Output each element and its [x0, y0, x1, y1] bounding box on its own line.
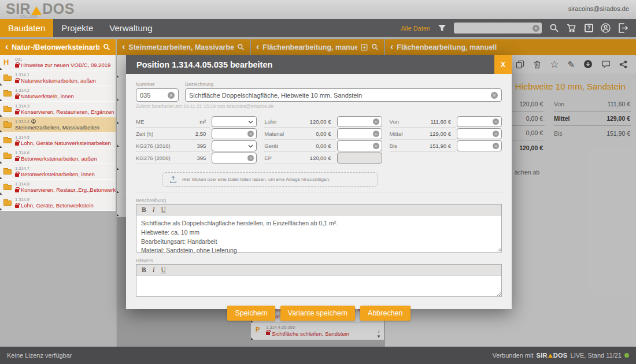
bis-input[interactable]: [460, 143, 493, 149]
tree-item-1-314-7[interactable]: 1.314.7 Betonwerksteinarbeiten, innen: [0, 164, 116, 180]
field-label: KG276 (2008): [136, 155, 171, 161]
resize-handle[interactable]: [496, 247, 501, 251]
italic-button[interactable]: I: [153, 266, 155, 273]
logout-icon[interactable]: [618, 23, 628, 33]
material-input[interactable]: [340, 131, 373, 137]
close-icon[interactable]: X: [494, 55, 512, 74]
logo-triangle-icon: [548, 354, 553, 358]
global-search-box[interactable]: ×: [454, 23, 542, 34]
tree-item-1-314-6[interactable]: 1.314.6 Betonwerksteinarbeiten, außen: [0, 148, 116, 164]
zeit-field[interactable]: ×: [212, 128, 257, 139]
bis-field[interactable]: ×: [457, 140, 502, 151]
folder-icon: [3, 154, 12, 159]
me-select[interactable]: [212, 116, 257, 127]
folder-icon: [3, 200, 12, 206]
von-field[interactable]: ×: [457, 116, 502, 127]
mittel-field[interactable]: ×: [457, 128, 502, 139]
nav-item-baudaten[interactable]: Baudaten: [0, 19, 53, 37]
sirados-footer-logo: SIR DOS: [537, 352, 568, 359]
bezeichnung-field[interactable]: ×: [185, 88, 502, 102]
hinweis-textarea[interactable]: [136, 276, 501, 296]
nummer-input[interactable]: [140, 92, 168, 99]
lohn-field[interactable]: ×: [337, 116, 382, 127]
tree-item-1-314-4-selected[interactable]: 1.314.4 Steinmetzarbeiten, Massivarbeite…: [0, 117, 116, 133]
tree-item-1-314-9[interactable]: 1.314.9 Lohn, Geräte, Betonwerkstein: [0, 195, 116, 211]
user-badge-icon: [31, 119, 36, 124]
online-status-dot: [624, 353, 629, 358]
search-clear-icon[interactable]: ×: [533, 25, 539, 32]
catalog-tree-panel: H 001 Hinweise zur neuen VOB/C, 09.2019 …: [0, 55, 116, 347]
tree-item-number: 1.314.1: [15, 72, 112, 77]
clear-icon[interactable]: ×: [493, 143, 499, 149]
panel-1-search-icon[interactable]: [103, 43, 110, 51]
clear-icon[interactable]: ×: [491, 92, 498, 99]
material-field[interactable]: ×: [337, 128, 382, 139]
geraet-input[interactable]: [340, 143, 373, 149]
kg276-2008-input[interactable]: [215, 155, 247, 161]
variante-speichern-button[interactable]: Variante speichern: [280, 306, 355, 321]
von-input[interactable]: [460, 118, 493, 125]
clear-icon[interactable]: ×: [247, 131, 254, 137]
cart-icon[interactable]: [567, 23, 577, 33]
hinweis-editor: B I U: [136, 264, 502, 297]
clear-icon[interactable]: ×: [168, 92, 175, 99]
field-row-mittel: Mittel129,00 € ×: [390, 128, 502, 140]
tree-item-1-314-8[interactable]: 1.314.8 Konservieren, Restaur.,Erg.,Beto…: [0, 180, 116, 195]
underline-button[interactable]: U: [161, 206, 166, 213]
italic-button[interactable]: I: [153, 206, 155, 213]
tree-item-title: Lohn, Geräte, Betonwerkstein: [21, 202, 94, 209]
zeit-input[interactable]: [215, 131, 247, 137]
clear-icon[interactable]: ×: [373, 143, 379, 149]
beschreibung-textarea[interactable]: Sichtfläche als Doppelschlagfläche herst…: [136, 216, 501, 252]
status-bar: Keine Lizenz verfügbar Verbunden mit SIR…: [0, 347, 636, 364]
field-value: 120,00 €: [310, 155, 336, 161]
ep-field-disabled: [337, 153, 382, 164]
clear-icon[interactable]: ×: [493, 118, 499, 125]
speichern-button[interactable]: Speichern: [227, 306, 275, 321]
filter-scope-label[interactable]: Alle Daten: [401, 25, 430, 32]
field-value: 120,00 €: [310, 118, 336, 125]
tree-item-1-314-5[interactable]: 1.314.5 Lohn, Geräte Naturwerksteinarbei…: [0, 133, 116, 148]
kg276-2008-field[interactable]: ×: [212, 153, 257, 164]
tree-item-1-314-2[interactable]: 1.314.2 Naturwerkstein, innen: [0, 86, 116, 102]
clear-icon[interactable]: ×: [373, 118, 379, 125]
nav-item-verwaltung[interactable]: Verwaltung: [101, 19, 160, 37]
bold-button[interactable]: B: [142, 266, 146, 273]
clear-icon[interactable]: ×: [247, 155, 254, 161]
tree-item-1-314-3[interactable]: 1.314.3 Konservieren, Restaurieren, Ergä…: [0, 102, 116, 117]
attachment-dropzone[interactable]: Hier klicken oder eine Datei fallen lass…: [162, 172, 378, 187]
tree-item-number: 1.314.2: [15, 88, 112, 93]
tree-item-001[interactable]: H 001 Hinweise zur neuen VOB/C, 09.2019: [0, 55, 116, 70]
tree-item-number: 1.314.3: [15, 103, 112, 109]
upload-icon: [169, 176, 177, 183]
lohn-input[interactable]: [340, 118, 373, 125]
help-icon[interactable]: ?: [585, 24, 593, 32]
back-chevron-icon[interactable]: ‹: [5, 42, 8, 51]
field-row-material: Material0,00 € ×: [264, 128, 382, 140]
field-value: 129,00 €: [430, 131, 456, 137]
underline-button[interactable]: U: [161, 266, 166, 273]
bezeichnung-input[interactable]: [189, 92, 491, 99]
abbrechen-button[interactable]: Abbrechen: [360, 306, 410, 321]
search-icon[interactable]: [549, 23, 559, 33]
field-row-kg276-2008: KG276 (2008)395 ×: [136, 152, 257, 164]
clear-icon[interactable]: ×: [373, 131, 379, 137]
mittel-input[interactable]: [460, 131, 493, 137]
beschreibung-line: Sichtfläche als Doppelschlagfläche herst…: [141, 219, 497, 228]
account-icon[interactable]: [601, 23, 611, 33]
folder-icon: [3, 76, 12, 81]
filter-funnel-icon[interactable]: [438, 24, 446, 32]
resize-handle[interactable]: [496, 291, 501, 296]
tree-item-1-314-1[interactable]: 1.314.1 Naturwerksteinarbeiten, außen: [0, 70, 116, 86]
field-row-lohn: Lohn120,00 € ×: [264, 116, 382, 128]
search-input[interactable]: [458, 25, 533, 32]
clear-icon[interactable]: ×: [493, 131, 499, 137]
lock-icon: [15, 64, 19, 68]
dialog-title: Position 1.314.4.05.035 bearbeiten: [136, 60, 272, 69]
geraet-field[interactable]: ×: [337, 140, 382, 151]
nav-item-projekte[interactable]: Projekte: [53, 19, 101, 37]
tree-item-title: Hinweise zur neuen VOB/C, 09.2019: [21, 62, 110, 69]
bold-button[interactable]: B: [142, 206, 146, 213]
nummer-field[interactable]: ×: [136, 88, 179, 102]
kg276-2018-select[interactable]: [212, 140, 257, 151]
